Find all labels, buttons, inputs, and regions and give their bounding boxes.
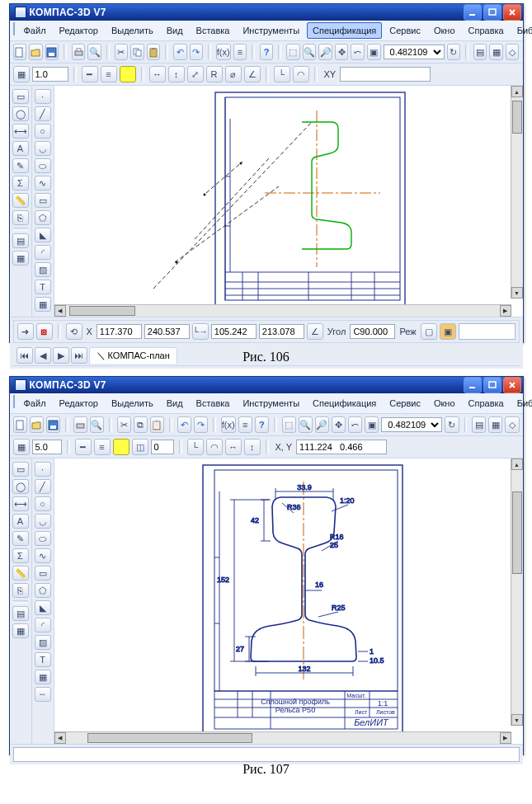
print-preview-icon[interactable]: 🔍: [90, 416, 104, 433]
tab-nav-next[interactable]: ▶: [53, 347, 69, 364]
zoom-combo[interactable]: 0.482109: [384, 45, 445, 59]
point-icon[interactable]: ·: [35, 89, 51, 104]
angle-switch-icon[interactable]: ∠: [307, 323, 323, 340]
drawing-canvas[interactable]: ▲ ▼ ◀ ▶: [54, 86, 523, 317]
dy-field[interactable]: [259, 324, 304, 339]
menu-help[interactable]: Справка: [463, 395, 510, 411]
arc-icon[interactable]: ◡: [35, 514, 51, 529]
tab-kompas[interactable]: ＼ КОМПАС-план: [89, 347, 177, 364]
vertical-scrollbar[interactable]: ▲ ▼: [511, 458, 523, 726]
variables-icon[interactable]: ≡: [238, 416, 252, 433]
linetype-icon[interactable]: ━: [75, 439, 92, 455]
menu-libraries[interactable]: Библиотеки: [511, 395, 532, 411]
cut-icon[interactable]: ✂: [117, 416, 131, 433]
circle-icon[interactable]: ○: [35, 124, 51, 139]
ellipse-icon[interactable]: ⬭: [35, 158, 51, 173]
dim-rad-icon[interactable]: R: [206, 66, 223, 82]
tab-nav-prev[interactable]: ◀: [35, 347, 51, 364]
save-icon[interactable]: [46, 416, 60, 433]
current-state-icon[interactable]: ▦: [13, 66, 30, 82]
param-switch-icon[interactable]: ⟲: [66, 323, 82, 340]
horizontal-scrollbar[interactable]: ◀ ▶: [54, 731, 511, 744]
spec-icon[interactable]: ▤: [12, 606, 29, 621]
maximize-button[interactable]: [483, 4, 501, 21]
xy-field[interactable]: [296, 440, 387, 454]
line-icon[interactable]: ╱: [35, 106, 51, 121]
geometry-icon[interactable]: ◯: [12, 106, 29, 121]
point-icon[interactable]: ·: [35, 462, 51, 477]
scroll-down-icon[interactable]: ▼: [511, 714, 523, 726]
scroll-thumb-v[interactable]: [512, 491, 522, 574]
text-tool-icon[interactable]: T: [35, 652, 51, 667]
geometry-icon[interactable]: ◯: [12, 479, 29, 494]
titlebar[interactable]: КОМПАС-3D V7: [10, 377, 523, 393]
zoom-prev-icon[interactable]: ⤺: [348, 416, 362, 433]
maximize-button[interactable]: [483, 377, 501, 393]
layers-icon[interactable]: ▤: [473, 44, 487, 60]
polygon-icon[interactable]: ⬠: [35, 583, 51, 598]
x-field[interactable]: [97, 324, 142, 339]
menu-file[interactable]: Файл: [18, 22, 52, 39]
pan-icon[interactable]: ✥: [335, 44, 349, 60]
scroll-thumb-h[interactable]: [69, 306, 135, 316]
minimize-button[interactable]: [464, 377, 482, 393]
undo-icon[interactable]: ↶: [173, 44, 187, 60]
state-field[interactable]: [32, 67, 68, 82]
menu-libraries[interactable]: Библиотеки: [511, 22, 532, 39]
table-tool-icon[interactable]: ▦: [35, 670, 51, 684]
menu-window[interactable]: Окно: [428, 395, 461, 411]
dimensions-icon[interactable]: ⟷: [12, 124, 29, 139]
dim-ang-icon[interactable]: ∠: [244, 66, 261, 82]
menu-view[interactable]: Вид: [161, 22, 189, 39]
measure-icon[interactable]: 📏: [12, 566, 29, 581]
d-switch-icon[interactable]: └→: [192, 323, 209, 340]
line-icon[interactable]: ╱: [35, 479, 51, 494]
menu-spec[interactable]: Спецификация: [307, 22, 382, 39]
drawing-canvas[interactable]: Сплошной профиль Рельса Р50 БелИИТ Масшт…: [54, 458, 523, 744]
dim-switch2-icon[interactable]: ↕: [244, 439, 261, 455]
fillet-tool-icon[interactable]: ◜: [35, 245, 51, 260]
menu-select[interactable]: Выделить: [106, 395, 159, 411]
offset-field[interactable]: [151, 440, 174, 454]
zoom-prev-icon[interactable]: ⤺: [351, 44, 365, 60]
dimensions-icon[interactable]: ⟷: [12, 496, 29, 511]
scroll-right-icon[interactable]: ▶: [500, 732, 511, 744]
paste-icon[interactable]: 📋: [150, 416, 164, 433]
assoc-icon[interactable]: ⎘: [12, 583, 29, 598]
tab-nav-first[interactable]: ⏮: [16, 347, 33, 364]
dim-vert-icon[interactable]: ↕: [168, 66, 185, 82]
coord-field[interactable]: [340, 67, 431, 82]
snap-icon[interactable]: ◇: [506, 44, 520, 60]
zoom-in-icon[interactable]: 🔍: [299, 416, 313, 433]
dim-hor-icon[interactable]: ↔: [149, 66, 166, 82]
menu-insert[interactable]: Вставка: [191, 395, 236, 411]
rect-icon[interactable]: ▭: [35, 566, 51, 581]
print-icon[interactable]: [72, 44, 86, 60]
close-button[interactable]: [503, 377, 521, 393]
dim-switch-icon[interactable]: ↔: [225, 439, 242, 455]
close-button[interactable]: [503, 4, 521, 21]
menu-view[interactable]: Вид: [161, 395, 189, 411]
print-preview-icon[interactable]: 🔍: [87, 44, 101, 60]
edit-icon[interactable]: ✎: [12, 158, 29, 173]
titlebar[interactable]: КОМПАС-3D V7: [10, 4, 523, 21]
round-icon[interactable]: ◠: [206, 439, 223, 455]
select-icon[interactable]: ▭: [12, 462, 29, 477]
lineweight-icon[interactable]: ≡: [94, 439, 111, 455]
horizontal-scrollbar[interactable]: ◀ ▶: [54, 304, 511, 317]
copy-icon[interactable]: ⧉: [134, 416, 148, 433]
copy-icon[interactable]: [130, 44, 144, 60]
help-icon[interactable]: ?: [255, 416, 269, 433]
chamfer-icon[interactable]: ◣: [35, 600, 51, 615]
lineweight-icon[interactable]: ≡: [101, 66, 117, 82]
grid-icon[interactable]: ▦: [488, 416, 502, 433]
menu-tools[interactable]: Инструменты: [237, 22, 305, 39]
zoom-combo[interactable]: 0.482109: [381, 417, 442, 432]
select-icon[interactable]: ▭: [12, 89, 29, 104]
scroll-up-icon[interactable]: ▲: [511, 458, 523, 470]
ortho-icon[interactable]: └: [274, 66, 290, 82]
params-icon[interactable]: Σ: [12, 548, 29, 563]
hatch-icon[interactable]: ▨: [35, 635, 51, 650]
zoom-out-icon[interactable]: 🔎: [315, 416, 329, 433]
spline-icon[interactable]: ∿: [35, 176, 51, 190]
